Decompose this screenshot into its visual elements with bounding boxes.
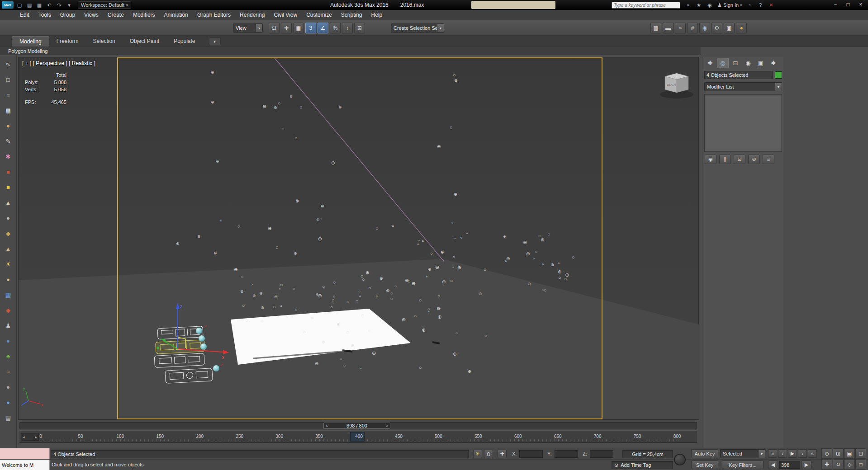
sphere-tan-icon[interactable]: ●	[3, 274, 14, 285]
object-color-swatch[interactable]	[775, 71, 782, 79]
named-selection-set-dropdown[interactable]: Create Selection Se ▾	[391, 24, 444, 33]
viewport-label[interactable]: [ + ] [ Perspective ] [ Realistic ]	[22, 60, 95, 66]
exchange-apps-icon[interactable]: ✕	[767, 1, 775, 9]
helix-icon[interactable]: ✱	[3, 151, 14, 162]
figure-icon[interactable]: ♟	[3, 320, 14, 331]
menu-edit[interactable]: Edit	[15, 10, 34, 20]
foliage-icon[interactable]: ♣	[3, 351, 14, 362]
key-mode-dropdown[interactable]: Selected ▾	[720, 449, 765, 458]
auto-key-button[interactable]: Auto Key	[691, 449, 718, 458]
sphere-gray-icon[interactable]: ●	[3, 381, 14, 392]
select-by-name-icon[interactable]: ≡	[3, 89, 14, 100]
circle-blue-icon[interactable]: ●	[3, 397, 14, 408]
maxscript-listener-output[interactable]	[0, 448, 50, 460]
object-name-field[interactable]: 4 Objects Selected	[704, 71, 773, 79]
view-dropdown[interactable]: View ▾	[233, 24, 263, 33]
tab-populate[interactable]: Populate	[166, 36, 202, 47]
z-coordinate-field[interactable]	[590, 450, 613, 458]
box-red-icon[interactable]: ■	[3, 166, 14, 177]
go-to-end-button[interactable]: »	[808, 449, 817, 458]
viewcube[interactable]: FRONT	[660, 73, 693, 99]
track-bar[interactable]: ◂ ▸ 050100150200250300350400450500550600…	[19, 430, 697, 443]
frame-back-icon[interactable]: <	[326, 423, 328, 428]
menu-animation[interactable]: Animation	[160, 10, 193, 20]
tab-modify[interactable]: ◎	[717, 58, 729, 68]
x-coordinate-field[interactable]	[519, 450, 543, 458]
zoom-icon[interactable]: ⊕	[821, 448, 832, 459]
zoom-region-icon[interactable]: ⊡	[855, 448, 866, 459]
favorites-star-icon[interactable]: ★	[695, 1, 703, 9]
menu-scripting[interactable]: Scripting	[337, 10, 367, 20]
wave-icon[interactable]: ≈	[3, 366, 14, 377]
isolate-selection-icon[interactable]: ☀	[473, 450, 482, 458]
pencil-icon[interactable]: ✎	[3, 136, 14, 146]
undo-icon[interactable]: ↶	[45, 1, 53, 9]
maxscript-listener-input[interactable]: Welcome to M	[0, 460, 50, 470]
sphere-icon[interactable]: ●	[3, 212, 14, 223]
cone-icon[interactable]: ▲	[3, 197, 14, 208]
key-filters-button[interactable]: Key Filters...	[722, 461, 764, 469]
schematic-view-icon[interactable]: #	[687, 23, 698, 33]
pan-icon[interactable]: ✚	[821, 459, 832, 470]
redo-icon[interactable]: ↷	[55, 1, 63, 9]
pyramid-icon[interactable]: ▲	[3, 243, 14, 254]
tab-selection[interactable]: Selection	[85, 36, 122, 47]
range-right-icon[interactable]: ▸	[35, 435, 37, 439]
box-yellow-icon[interactable]: ■	[3, 182, 14, 193]
range-left-icon[interactable]: ◂	[23, 435, 25, 439]
gem-icon[interactable]: ◆	[3, 228, 14, 239]
menu-customize[interactable]: Customize	[302, 10, 337, 20]
next-key-button[interactable]: ▶	[802, 461, 811, 469]
search-input[interactable]	[612, 2, 680, 9]
modifier-list-dropdown[interactable]: Modifier List ▾	[704, 82, 782, 91]
select-and-move-icon[interactable]: ✚	[281, 23, 292, 33]
previous-key-button[interactable]: ◀	[768, 461, 778, 469]
search-go-icon[interactable]: ⌖	[684, 1, 692, 9]
y-coordinate-field[interactable]	[555, 450, 578, 458]
menu-views[interactable]: Views	[80, 10, 103, 20]
add-time-tag-field[interactable]: ⊙ Add Time Tag	[612, 461, 673, 469]
perspective-viewport[interactable]: z x FRONT	[18, 57, 699, 420]
make-unique-button[interactable]: ⊡	[734, 155, 745, 164]
communication-center-icon[interactable]: ◉	[706, 1, 714, 9]
next-frame-button[interactable]: ›	[798, 449, 807, 458]
select-region-icon[interactable]: □	[3, 74, 14, 85]
render-production-icon[interactable]: ●	[736, 23, 747, 33]
tab-object-paint[interactable]: Object Paint	[123, 36, 166, 47]
menu-create[interactable]: Create	[103, 10, 128, 20]
maximize-button[interactable]: □	[842, 0, 854, 9]
fov-icon[interactable]: ◇	[844, 459, 855, 470]
ribbon-config-icon[interactable]: ▾	[209, 38, 221, 45]
time-slider-handle[interactable]: < 398 / 800 >	[323, 423, 390, 429]
menu-modifiers[interactable]: Modifiers	[128, 10, 160, 20]
angle-snap-icon[interactable]: ∠	[318, 23, 328, 33]
light-icon[interactable]: ☀	[3, 258, 14, 269]
frame-forward-icon[interactable]: >	[385, 423, 388, 428]
tab-hierarchy[interactable]: ⊟	[730, 58, 741, 68]
curve-editor-icon[interactable]: ≈	[675, 23, 686, 33]
set-key-button[interactable]: Set Key	[691, 461, 718, 469]
play-button[interactable]: ▶	[788, 449, 797, 458]
project-folder-icon[interactable]: ▾	[65, 1, 73, 9]
selection-lock-icon[interactable]: Ω	[269, 23, 280, 33]
menu-help[interactable]: Help	[367, 10, 387, 20]
notes-icon[interactable]: ▤	[3, 412, 14, 423]
menu-tools[interactable]: Tools	[34, 10, 56, 20]
zoom-all-icon[interactable]: ⊞	[833, 448, 844, 459]
selection-lock-icon[interactable]: Ω	[484, 450, 493, 458]
minimize-button[interactable]: −	[829, 0, 842, 9]
save-file-icon[interactable]: ▦	[35, 1, 43, 9]
keyboard-override-icon[interactable]: ⊞	[354, 23, 365, 33]
percent-snap-icon[interactable]: %	[330, 23, 341, 33]
workspace-dropdown[interactable]: Workspace: Default ▾	[78, 1, 131, 9]
select-object-icon[interactable]: ↖	[3, 59, 14, 70]
tab-motion[interactable]: ◉	[742, 58, 754, 68]
render-setup-icon[interactable]: ⚙	[711, 23, 722, 33]
configure-sets-button[interactable]: ≡	[763, 155, 774, 164]
tab-utilities[interactable]: ✱	[768, 58, 779, 68]
tab-freeform[interactable]: Freeform	[49, 36, 86, 47]
layers-grid-icon[interactable]: ▦	[3, 105, 14, 116]
show-end-result-button[interactable]: ∥	[719, 155, 731, 164]
tab-modeling[interactable]: Modeling	[12, 36, 49, 47]
time-slider-track[interactable]: < 398 / 800 >	[19, 422, 697, 429]
